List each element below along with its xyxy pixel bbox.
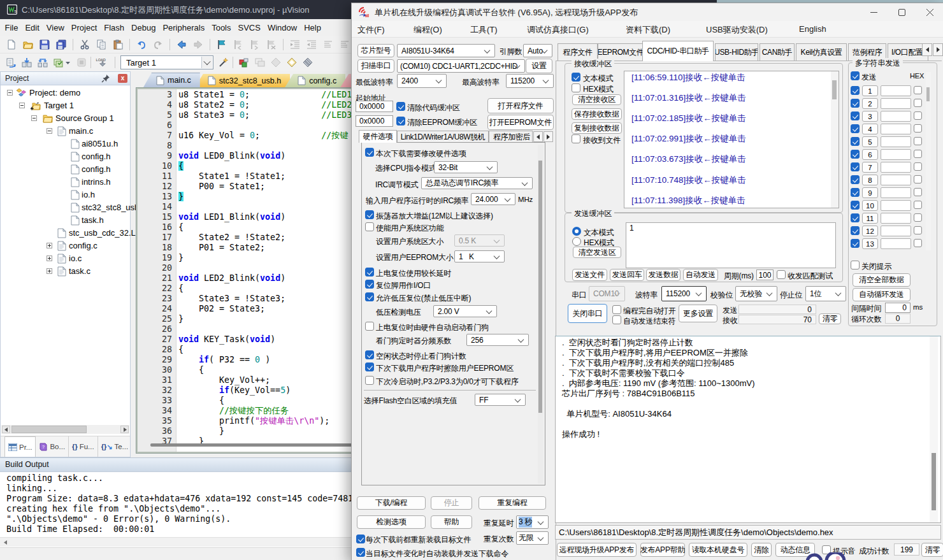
close-serial-button[interactable]: 关闭串口 xyxy=(568,304,607,323)
lv-voltage-select[interactable]: 2.00 V xyxy=(433,305,497,317)
tree-item-ai8051u-h[interactable]: ai8051u.h xyxy=(1,138,130,150)
project-panel-hscrollbar[interactable] xyxy=(1,425,129,434)
more-settings-button[interactable]: 更多设置 xyxy=(679,305,717,322)
multi-row-number-button[interactable]: 2 xyxy=(862,98,878,109)
clear-recv-button[interactable]: 清空接收区 xyxy=(572,94,621,105)
multi-row-checkbox[interactable] xyxy=(851,86,860,95)
batch-build-icon[interactable] xyxy=(54,57,64,68)
multi-row-hex-checkbox[interactable] xyxy=(914,213,922,222)
redo-icon[interactable] xyxy=(153,39,163,50)
tab-link1d-offline[interactable]: Link1D/Writer1A/U8W脱机 xyxy=(397,131,489,143)
uv-menu-svcs[interactable]: SVCS xyxy=(234,23,264,32)
multi-row-input[interactable] xyxy=(881,213,911,224)
stc-menu-english[interactable]: English xyxy=(799,24,826,34)
batch-build-dropdown-icon[interactable] xyxy=(65,57,71,68)
save-icon[interactable] xyxy=(40,39,50,50)
tree-item-config-h[interactable]: config.h xyxy=(1,163,130,176)
project-hscroll-thumb[interactable] xyxy=(11,426,87,433)
tree-item-io-c[interactable]: io.c xyxy=(1,252,130,265)
period-input[interactable]: 100 xyxy=(756,269,774,280)
multi-row-number-button[interactable]: 1 xyxy=(862,85,878,96)
multi-row-number-button[interactable]: 4 xyxy=(862,124,878,134)
open-eeprom-file-button[interactable]: 打开EEPROM文件 xyxy=(487,115,554,130)
windows-layout-icon[interactable] xyxy=(255,57,265,68)
repeat-delay-select[interactable]: 3 秒 xyxy=(516,515,549,529)
stc-menu-file[interactable]: 文件(F) xyxy=(357,24,385,36)
tree-item-project-demo[interactable]: Project: demo xyxy=(1,87,130,99)
books-grid-icon[interactable] xyxy=(303,57,313,68)
prev-bookmark-icon[interactable] xyxy=(233,39,243,50)
multi-row-checkbox[interactable] xyxy=(851,201,860,210)
tree-item-stc32-stc8-usb[interactable]: stc32_stc8_usb xyxy=(1,201,130,214)
tab-hardware-options[interactable]: 硬件选项 xyxy=(359,130,397,143)
cold-boot-checkbox[interactable] xyxy=(365,376,374,385)
translate-icon[interactable] xyxy=(6,57,16,68)
undo-icon[interactable] xyxy=(136,39,147,50)
serial-port-select[interactable]: COM10 xyxy=(589,286,625,301)
modify-hw-checkbox[interactable] xyxy=(365,148,374,157)
tree-expander-icon[interactable] xyxy=(19,103,25,108)
hw-tabs-scroll-left-icon[interactable] xyxy=(533,131,543,142)
tree-item-io-h[interactable]: io.h xyxy=(1,189,130,201)
multi-row-hex-checkbox[interactable] xyxy=(914,86,922,94)
tab-templates[interactable]: {}↘Te... xyxy=(98,436,132,457)
options-scrollbar[interactable] xyxy=(538,145,543,484)
tree-expander-icon[interactable] xyxy=(47,268,52,274)
clear-code-buffer-checkbox[interactable] xyxy=(396,102,405,111)
tab-functions[interactable]: {}Fu... xyxy=(69,436,98,457)
wdt-div-select[interactable]: 256 xyxy=(466,334,529,346)
tree-item-target-1[interactable]: Target 1 xyxy=(1,99,130,112)
uv-menu-debug[interactable]: Debug xyxy=(128,23,159,32)
stc-menu-tools[interactable]: 工具(T) xyxy=(470,24,498,36)
match-test-checkbox[interactable] xyxy=(777,270,786,279)
multi-row-checkbox[interactable] xyxy=(851,226,860,235)
tree-expander-icon[interactable] xyxy=(7,90,13,96)
paste-icon[interactable] xyxy=(113,39,123,50)
recv-text-mode-checkbox[interactable] xyxy=(572,73,580,82)
tree-expander-icon[interactable] xyxy=(47,255,52,261)
sys-size-select[interactable]: 0.5 K xyxy=(454,234,505,247)
multi-row-checkbox[interactable] xyxy=(851,137,860,146)
stop-build-icon[interactable] xyxy=(76,57,87,68)
multi-row-number-button[interactable]: 13 xyxy=(862,238,878,249)
build-icon[interactable] xyxy=(22,57,32,68)
cpu-mode-select[interactable]: 32-Bit xyxy=(434,161,498,173)
multi-row-checkbox[interactable] xyxy=(851,124,860,133)
pack-installer-icon[interactable] xyxy=(287,57,297,68)
multi-row-hex-checkbox[interactable] xyxy=(914,188,922,196)
scan-port-button[interactable]: 扫描串口 xyxy=(357,59,394,73)
clear-info-button[interactable]: 清除 xyxy=(751,543,772,557)
clear-all-data-button[interactable]: 清空全部数据 xyxy=(853,273,911,287)
port-select[interactable]: (COM10) CDC1-UART1,2CDC+HID xyxy=(397,59,525,73)
editor-tab-config-c[interactable]: config.c xyxy=(285,74,345,87)
insert-bookmark-icon[interactable] xyxy=(217,39,227,50)
scroll-right-arrow-icon[interactable] xyxy=(120,426,129,433)
tree-item-task-h[interactable]: task.h xyxy=(1,214,130,227)
multi-row-hex-checkbox[interactable] xyxy=(914,239,922,247)
eeprom-size-select[interactable]: 1 K xyxy=(454,250,505,262)
start-address-eeprom-input[interactable]: 0x0000 xyxy=(356,115,393,127)
multi-row-hex-checkbox[interactable] xyxy=(914,99,922,107)
tab-cdc-hid-serial-assistant[interactable]: CDC/HID-串口助手 xyxy=(642,41,714,61)
multi-row-input[interactable] xyxy=(881,238,911,249)
tab-usb-hid-assistant[interactable]: USB-HID助手 xyxy=(715,43,758,61)
uv-menu-file[interactable]: File xyxy=(1,23,22,32)
irc-mode-select[interactable]: 总是动态调节IRC频率 xyxy=(421,177,533,189)
uncomment-icon[interactable] xyxy=(340,39,350,50)
multi-send-all-checkbox[interactable] xyxy=(851,71,860,80)
osc-gain-checkbox[interactable] xyxy=(365,210,374,219)
max-baud-select[interactable]: 115200 xyxy=(506,74,554,88)
copy-icon[interactable] xyxy=(96,39,106,50)
auto-loop-send-button[interactable]: 自动循环发送 xyxy=(853,288,911,301)
uv-menu-project[interactable]: Project xyxy=(68,23,100,32)
tree-item-main-c[interactable]: main.c xyxy=(1,125,130,138)
autoload-checkbox[interactable] xyxy=(356,548,365,557)
recv-to-file-checkbox[interactable] xyxy=(572,134,580,143)
chip-model-select[interactable]: AI8051U-34K64 xyxy=(397,44,495,57)
uv-menu-view[interactable]: View xyxy=(43,23,68,32)
navigate-forward-icon[interactable] xyxy=(193,39,203,50)
function-editor-icon[interactable] xyxy=(271,57,281,68)
multi-row-input[interactable] xyxy=(881,149,911,160)
multi-row-checkbox[interactable] xyxy=(851,111,860,120)
main-tabs-scroll-left-icon[interactable] xyxy=(922,43,932,56)
